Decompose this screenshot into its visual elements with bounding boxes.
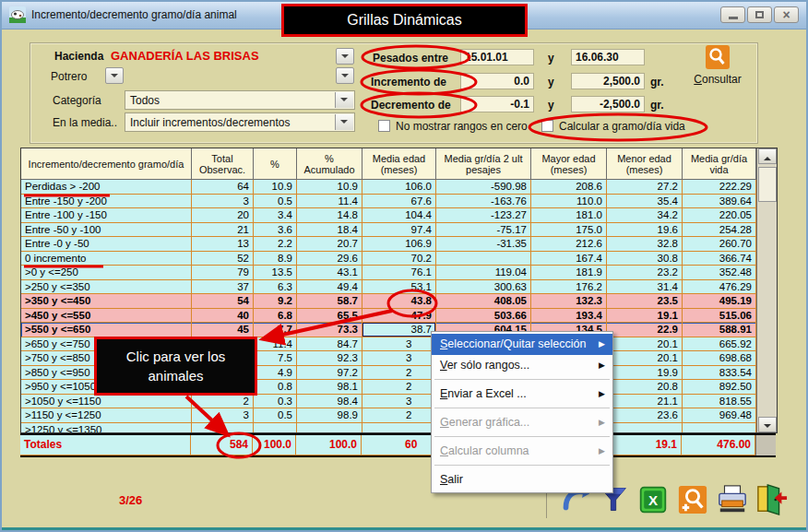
menu-item[interactable]: Salir — [432, 469, 612, 491]
media-select[interactable]: Incluir incrementos/decrementos — [125, 112, 355, 132]
cell[interactable]: 7.7 — [254, 323, 297, 337]
cell[interactable]: 698.68 — [683, 351, 756, 366]
cell[interactable]: 67.6 — [362, 195, 436, 209]
cell[interactable]: 6.3 — [254, 280, 297, 295]
cell[interactable]: 30.8 — [607, 252, 683, 266]
cell[interactable]: 389.64 — [683, 195, 756, 209]
table-row[interactable]: >1150 y <=125030.598.9223.6969.48 — [21, 408, 756, 423]
row-label[interactable]: >450 y <=550 — [21, 309, 192, 324]
cell[interactable]: 20 — [192, 208, 254, 223]
cell[interactable]: 54 — [192, 294, 254, 309]
cell[interactable]: 49.4 — [297, 280, 362, 295]
cell[interactable]: 20.8 — [607, 380, 683, 395]
cell[interactable]: 408.05 — [436, 294, 531, 309]
cell[interactable]: 43.8 — [362, 294, 436, 309]
cell[interactable]: 27.2 — [607, 180, 683, 195]
cell[interactable] — [192, 423, 254, 433]
cell[interactable]: 3 — [362, 395, 436, 409]
cell[interactable]: 98.1 — [297, 380, 362, 395]
cell[interactable]: 515.06 — [683, 309, 756, 324]
chevron-down-icon[interactable] — [335, 114, 353, 130]
cell[interactable]: 13.5 — [254, 266, 297, 280]
cell[interactable]: 132.3 — [531, 294, 607, 309]
cell[interactable]: 10.9 — [254, 180, 297, 195]
incremento-to-field[interactable]: 2,500.0 — [571, 73, 645, 89]
cell[interactable]: 220.05 — [683, 208, 756, 223]
cell[interactable]: 352.48 — [683, 266, 756, 280]
cell[interactable]: 176.2 — [531, 280, 607, 295]
cell[interactable]: 222.29 — [683, 180, 756, 195]
categoria-select[interactable]: Todos — [125, 90, 355, 110]
cell[interactable]: 20.1 — [607, 337, 683, 352]
scroll-down-icon[interactable] — [758, 417, 777, 432]
table-row[interactable]: >0 y <=2507913.543.176.1119.04181.923.23… — [21, 266, 756, 280]
potrero-list-dropdown-arrow[interactable] — [336, 67, 354, 84]
row-label[interactable]: >550 y <=650 — [21, 323, 192, 337]
pesados-to-field[interactable]: 16.06.30 — [571, 49, 645, 65]
cell[interactable]: 969.48 — [683, 408, 756, 423]
cell[interactable]: 11.4 — [297, 195, 362, 209]
cell[interactable]: 23.5 — [607, 294, 683, 309]
cell[interactable]: 167.4 — [531, 252, 607, 266]
cell[interactable]: 23.2 — [607, 266, 683, 280]
cell[interactable]: 11.4 — [254, 337, 297, 352]
menu-item[interactable]: Ver sólo rangos...▶ — [432, 355, 612, 376]
cell[interactable]: 32.8 — [607, 237, 683, 252]
cell[interactable]: 0.5 — [254, 408, 297, 423]
cell[interactable]: 13 — [192, 237, 254, 252]
cell[interactable]: 20.1 — [607, 351, 683, 366]
cell[interactable]: 833.54 — [683, 366, 756, 381]
scrollbar-thumb[interactable] — [758, 167, 777, 202]
row-label[interactable]: Perdidas > -200 — [21, 180, 192, 195]
table-row[interactable]: Perdidas > -2006410.910.9106.0-590.98208… — [21, 180, 756, 195]
cell[interactable]: 495.19 — [683, 294, 756, 309]
cell[interactable]: 20.7 — [297, 237, 362, 252]
cell[interactable] — [683, 423, 756, 433]
close-button[interactable]: × — [774, 6, 799, 23]
cell[interactable]: 106.9 — [362, 237, 436, 252]
hacienda-dropdown-arrow[interactable] — [336, 48, 354, 65]
cell[interactable]: 119.04 — [436, 266, 531, 280]
cell[interactable]: 665.92 — [683, 337, 756, 352]
row-label[interactable]: Entre -50 y -100 — [21, 223, 192, 238]
table-row[interactable]: Entre -50 y -100213.618.497.4-75.17175.0… — [21, 223, 756, 238]
cell[interactable]: 43.1 — [297, 266, 362, 280]
cell[interactable]: -75.17 — [436, 223, 531, 238]
table-row[interactable]: 0 incremento528.929.670.2167.430.8366.74 — [21, 252, 756, 266]
cell[interactable]: 34.2 — [607, 208, 683, 223]
cell[interactable] — [362, 423, 436, 433]
row-label[interactable]: Entre -150 y -200 — [21, 195, 192, 209]
cell[interactable]: 175.0 — [531, 223, 607, 238]
cell[interactable]: 503.66 — [436, 309, 531, 324]
maximize-button[interactable] — [747, 6, 772, 23]
cell[interactable]: 110.0 — [531, 195, 607, 209]
cell[interactable]: 21.1 — [607, 395, 683, 409]
cell[interactable]: 181.9 — [531, 266, 607, 280]
pesados-from-field[interactable]: 15.01.01 — [460, 49, 534, 65]
cell[interactable]: 64 — [192, 180, 254, 195]
table-row[interactable]: >1250 y <=1350 — [21, 423, 756, 433]
table-row[interactable]: Entre -150 y -20030.511.467.6-163.76110.… — [21, 195, 756, 209]
table-row[interactable]: Entre -100 y -150203.414.8104.4-123.2718… — [21, 208, 756, 223]
exit-icon[interactable] — [755, 482, 789, 517]
cell[interactable]: 2 — [362, 366, 436, 381]
cell[interactable]: 40 — [192, 309, 254, 324]
cell[interactable]: 0.8 — [254, 380, 297, 395]
cell[interactable]: 14.8 — [297, 208, 362, 223]
decremento-from-field[interactable]: -0.1 — [460, 96, 534, 112]
cell[interactable]: 45 — [192, 323, 254, 337]
cell[interactable]: 79 — [192, 266, 254, 280]
zoom-icon[interactable] — [676, 482, 709, 517]
cell[interactable]: 18.4 — [297, 223, 362, 238]
row-label[interactable]: Entre -0 y -50 — [21, 237, 192, 252]
cell[interactable]: 212.6 — [531, 237, 607, 252]
decremento-to-field[interactable]: -2,500.0 — [571, 96, 645, 112]
cell[interactable]: 37 — [192, 280, 254, 295]
cell[interactable]: 106.0 — [362, 180, 436, 195]
cell[interactable]: 254.28 — [683, 223, 756, 238]
table-row[interactable]: Entre -0 y -50132.220.7106.9-31.35212.63… — [21, 237, 756, 252]
cell[interactable]: -590.98 — [436, 180, 531, 195]
cell[interactable]: 193.4 — [531, 309, 607, 324]
row-label[interactable]: 0 incremento — [21, 252, 192, 266]
cell[interactable]: 181.0 — [531, 208, 607, 223]
